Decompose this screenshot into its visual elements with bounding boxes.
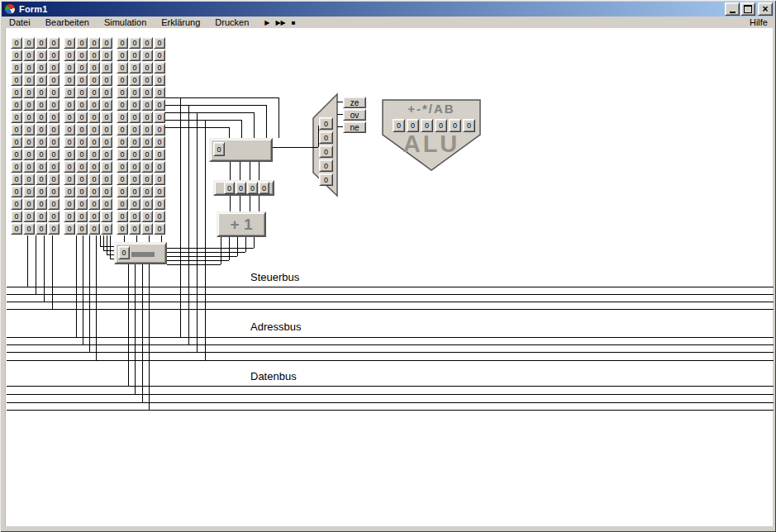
memory-cell[interactable]: 0 <box>48 50 60 61</box>
alu-cell[interactable]: 0 <box>393 119 405 132</box>
memory-cell[interactable]: 0 <box>76 99 88 111</box>
memory-cell[interactable]: 0 <box>101 198 112 210</box>
memory-cell[interactable]: 0 <box>129 161 140 173</box>
memory-cell[interactable]: 0 <box>48 99 60 111</box>
memory-cell[interactable]: 0 <box>141 161 153 173</box>
memory-cell[interactable]: 0 <box>48 198 60 210</box>
memory-cell[interactable]: 0 <box>101 112 112 123</box>
memory-cell[interactable]: 0 <box>141 50 153 61</box>
memory-cell[interactable]: 0 <box>48 173 60 185</box>
memory-cell[interactable]: 0 <box>88 124 100 135</box>
memory-cell[interactable]: 0 <box>129 186 140 197</box>
memory-cell[interactable]: 0 <box>88 186 100 197</box>
memory-cell[interactable]: 0 <box>36 37 47 49</box>
memory-cell[interactable]: 0 <box>64 50 75 61</box>
memory-cell[interactable]: 0 <box>101 136 112 148</box>
memory-cell[interactable]: 0 <box>76 74 88 86</box>
stop-button-icon[interactable]: ■ <box>292 19 296 26</box>
memory-cell[interactable]: 0 <box>36 186 47 197</box>
instruction-register-cell[interactable]: 0 <box>213 142 225 156</box>
menu-item-drucken[interactable]: Drucken <box>207 17 256 28</box>
memory-cell[interactable]: 0 <box>23 50 35 61</box>
memory-cell[interactable]: 0 <box>117 161 128 173</box>
memory-cell[interactable]: 0 <box>11 211 22 222</box>
menu-item-hilfe[interactable]: Hilfe <box>743 17 774 28</box>
memory-cell[interactable]: 0 <box>11 149 22 160</box>
memory-cell[interactable]: 0 <box>154 198 165 210</box>
memory-cell[interactable]: 0 <box>129 124 140 135</box>
memory-cell[interactable]: 0 <box>48 186 60 197</box>
memory-cell[interactable]: 0 <box>11 136 22 148</box>
flag-ne[interactable]: ne <box>343 121 366 133</box>
memory-cell[interactable]: 0 <box>88 112 100 123</box>
memory-cell[interactable]: 0 <box>11 99 22 111</box>
memory-cell[interactable]: 0 <box>23 186 35 197</box>
memory-cell[interactable]: 0 <box>101 99 112 111</box>
memory-cell[interactable]: 0 <box>101 149 112 160</box>
alu-cell[interactable]: 0 <box>435 119 447 132</box>
mux-cell[interactable]: 0 <box>319 117 333 130</box>
memory-cell[interactable]: 0 <box>48 87 60 98</box>
memory-cell[interactable]: 0 <box>48 124 60 135</box>
memory-cell[interactable]: 0 <box>101 124 112 135</box>
maximize-button[interactable] <box>740 2 755 16</box>
memory-cell[interactable]: 0 <box>129 87 140 98</box>
memory-cell[interactable]: 0 <box>117 37 128 49</box>
alu-cell[interactable]: 0 <box>407 119 419 132</box>
memory-cell[interactable]: 0 <box>141 223 153 235</box>
memory-cell[interactable]: 0 <box>36 99 47 111</box>
memory-cell[interactable]: 0 <box>129 37 140 49</box>
memory-cell[interactable]: 0 <box>141 62 153 74</box>
memory-cell[interactable]: 0 <box>88 149 100 160</box>
memory-cell[interactable]: 0 <box>23 62 35 74</box>
menu-item-erklärung[interactable]: Erklärung <box>154 17 207 28</box>
menu-item-datei[interactable]: Datei <box>2 17 38 28</box>
alu-cell[interactable]: 0 <box>449 119 461 132</box>
memory-cell[interactable]: 0 <box>36 124 47 135</box>
memory-cell[interactable]: 0 <box>64 136 75 148</box>
memory-cell[interactable]: 0 <box>129 74 140 86</box>
flag-ov[interactable]: ov <box>343 109 366 121</box>
memory-cell[interactable]: 0 <box>11 50 22 61</box>
alu-cell[interactable]: 0 <box>463 119 475 132</box>
alu-cell[interactable]: 0 <box>421 119 433 132</box>
memory-cell[interactable]: 0 <box>76 186 88 197</box>
memory-cell[interactable]: 0 <box>64 124 75 135</box>
memory-cell[interactable]: 0 <box>64 161 75 173</box>
memory-cell[interactable]: 0 <box>154 223 165 235</box>
memory-cell[interactable]: 0 <box>23 149 35 160</box>
memory-cell[interactable]: 0 <box>88 50 100 61</box>
memory-cell[interactable]: 0 <box>23 198 35 210</box>
memory-cell[interactable]: 0 <box>129 112 140 123</box>
memory-cell[interactable]: 0 <box>36 112 47 123</box>
memory-cell[interactable]: 0 <box>154 186 165 197</box>
memory-cell[interactable]: 0 <box>64 186 75 197</box>
memory-cell[interactable]: 0 <box>141 124 153 135</box>
memory-cell[interactable]: 0 <box>76 161 88 173</box>
memory-cell[interactable]: 0 <box>129 211 140 222</box>
mux-cell[interactable]: 0 <box>319 159 333 172</box>
memory-cell[interactable]: 0 <box>117 87 128 98</box>
memory-cell[interactable]: 0 <box>76 62 88 74</box>
memory-cell[interactable]: 0 <box>11 223 22 235</box>
memory-cell[interactable]: 0 <box>101 161 112 173</box>
memory-cell[interactable]: 0 <box>129 50 140 61</box>
mux-cell[interactable]: 0 <box>319 145 333 158</box>
memory-cell[interactable]: 0 <box>154 99 165 111</box>
memory-cell[interactable]: 0 <box>36 198 47 210</box>
run-button-icon[interactable]: ▶ <box>264 19 269 26</box>
memory-cell[interactable]: 0 <box>23 112 35 123</box>
memory-cell[interactable]: 0 <box>23 136 35 148</box>
memory-cell[interactable]: 0 <box>76 211 88 222</box>
memory-cell[interactable]: 0 <box>129 99 140 111</box>
memory-cell[interactable]: 0 <box>11 112 22 123</box>
memory-cell[interactable]: 0 <box>101 186 112 197</box>
memory-cell[interactable]: 0 <box>101 37 112 49</box>
menu-item-bearbeiten[interactable]: Bearbeiten <box>38 17 97 28</box>
memory-cell[interactable]: 0 <box>11 173 22 185</box>
memory-cell[interactable]: 0 <box>101 62 112 74</box>
minimize-button[interactable] <box>725 2 740 16</box>
memory-cell[interactable]: 0 <box>11 37 22 49</box>
memory-cell[interactable]: 0 <box>76 173 88 185</box>
memory-cell[interactable]: 0 <box>88 87 100 98</box>
